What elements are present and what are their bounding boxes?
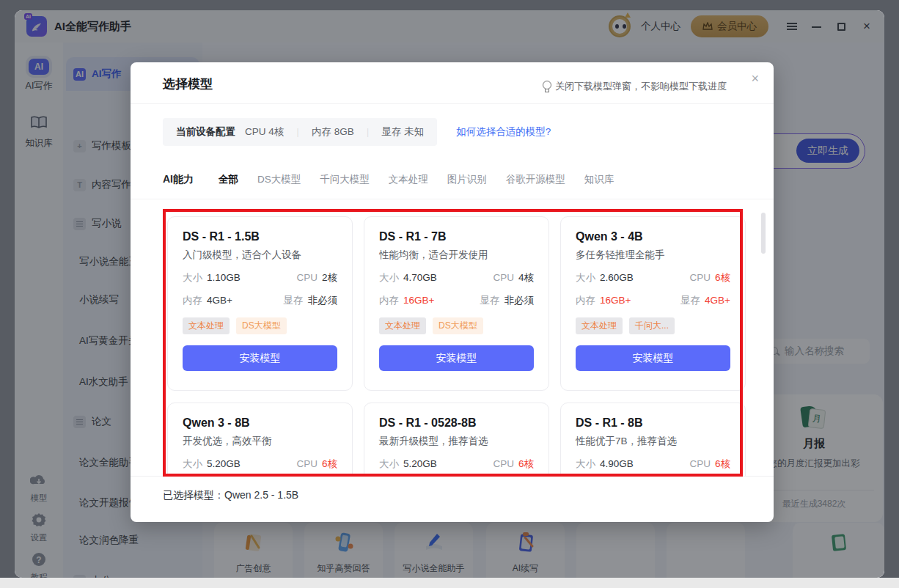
device-memory: 内存 8GB	[312, 125, 354, 139]
model-card-ds-r1-0528-8b[interactable]: DS - R1 - 0528-8B 最新升级模型，推荐首选 大小5.20GB C…	[364, 403, 549, 477]
model-desc: 性能优于7B，推荐首选	[576, 435, 730, 448]
screen: AI AI全能写作助手 个人中心	[0, 0, 899, 588]
model-card-ds-r1-1.5b[interactable]: DS - R1 - 1.5B 入门级模型，适合个人设备 大小1.10GB CPU…	[167, 216, 353, 391]
app-window: AI AI全能写作助手 个人中心	[15, 10, 884, 578]
model-card-qwen3-8b[interactable]: Qwen 3 - 8B 开发优选，高效平衡 大小5.20GB CPU6核	[167, 403, 353, 477]
dialog-tip-text: 关闭下载模型弹窗，不影响模型下载进度	[555, 80, 727, 93]
spec-value: 1.10GB	[207, 272, 241, 283]
select-model-dialog: 选择模型 关闭下载模型弹窗，不影响模型下载进度 × 当前设备配置 CPU 4核 …	[131, 62, 774, 522]
spec-value: 4GB+	[207, 295, 232, 306]
spec-value: 4.90GB	[600, 458, 634, 469]
spec-label: 大小	[183, 272, 202, 283]
model-desc: 多任务轻推理全能手	[576, 249, 730, 262]
install-model-button[interactable]: 安装模型	[576, 345, 730, 371]
tag-qwen-model: 千问大...	[629, 317, 675, 334]
spec-value-alert: 4GB+	[705, 295, 730, 306]
capability-filter-row: AI能力 全部 DS大模型 千问大模型 文本处理 图片识别 谷歌开源模型 知识库	[163, 166, 633, 193]
spec-row: 大小2.60GB CPU6核	[576, 271, 730, 284]
spec-label: 大小	[576, 272, 595, 283]
tag-row: 文本处理 千问大...	[576, 317, 730, 334]
spec-value-alert: 6核	[715, 458, 730, 469]
divider	[131, 103, 774, 104]
spec-label: 大小	[183, 458, 202, 469]
spec-label: 大小	[379, 272, 399, 283]
model-grid: DS - R1 - 1.5B 入门级模型，适合个人设备 大小1.10GB CPU…	[167, 216, 746, 477]
spec-value: 2.60GB	[600, 272, 634, 283]
filter-tab-image[interactable]: 图片识别	[447, 173, 487, 186]
tag-ds-model: DS大模型	[236, 317, 287, 334]
bulb-icon	[542, 81, 551, 92]
model-name: DS - R1 - 7B	[379, 230, 534, 243]
spec-label: 内存	[576, 295, 595, 306]
model-desc: 开发优选，高效平衡	[183, 435, 337, 448]
spec-value: 2核	[322, 272, 337, 283]
filter-tab-ds[interactable]: DS大模型	[257, 173, 301, 186]
filter-tab-kb[interactable]: 知识库	[584, 173, 614, 186]
model-desc: 性能均衡，适合开发使用	[379, 249, 534, 262]
spec-value: 4.70GB	[403, 272, 437, 283]
spec-row: 内存16GB+ 显存非必须	[379, 294, 534, 307]
install-model-button[interactable]: 安装模型	[183, 345, 337, 371]
spec-value: 非必须	[504, 295, 535, 306]
selected-model-text: 已选择模型：Qwen 2.5 - 1.5B	[163, 489, 298, 502]
dialog-title: 选择模型	[163, 76, 213, 92]
dialog-tip: 关闭下载模型弹窗，不影响模型下载进度	[542, 80, 727, 93]
device-config-label: 当前设备配置	[176, 125, 235, 139]
tag-row: 文本处理 DS大模型	[183, 317, 337, 334]
filter-tab-text[interactable]: 文本处理	[389, 173, 428, 186]
model-card-ds-r1-7b[interactable]: DS - R1 - 7B 性能均衡，适合开发使用 大小4.70GB CPU4核 …	[364, 216, 549, 391]
spec-label: 内存	[183, 295, 202, 306]
spec-value: 非必须	[308, 295, 338, 306]
spec-label: 内存	[379, 295, 399, 306]
spec-row: 内存16GB+ 显存4GB+	[576, 294, 730, 307]
spec-label: CPU	[493, 458, 514, 469]
spec-row: 大小4.70GB CPU4核	[379, 271, 534, 284]
divider	[131, 199, 774, 199]
tag-text-processing: 文本处理	[183, 317, 230, 334]
spec-label: CPU	[296, 458, 318, 469]
spec-row: 大小5.20GB CPU6核	[379, 457, 534, 471]
model-card-qwen3-4b[interactable]: Qwen 3 - 4B 多任务轻推理全能手 大小2.60GB CPU6核 内存1…	[560, 216, 746, 391]
spec-value: 5.20GB	[207, 458, 241, 469]
spec-label: 显存	[680, 295, 700, 306]
scrollbar-thumb[interactable]	[761, 213, 766, 254]
spec-value-alert: 16GB+	[600, 295, 631, 306]
spec-value-alert: 6核	[518, 458, 534, 469]
spec-label: 大小	[576, 458, 595, 469]
model-card-ds-r1-8b[interactable]: DS - R1 - 8B 性能优于7B，推荐首选 大小4.90GB CPU6核	[560, 403, 746, 477]
model-name: DS - R1 - 1.5B	[183, 230, 337, 243]
spec-value-alert: 6核	[322, 458, 337, 469]
divider: ｜	[293, 126, 302, 139]
device-cpu: CPU 4核	[245, 125, 284, 139]
install-model-button[interactable]: 安装模型	[379, 345, 534, 371]
model-list-viewport: DS - R1 - 1.5B 入门级模型，适合个人设备 大小1.10GB CPU…	[131, 206, 774, 477]
filter-label: AI能力	[163, 173, 194, 186]
spec-value-alert: 6核	[715, 272, 730, 283]
spec-label: 显存	[480, 295, 500, 306]
spec-row: 大小5.20GB CPU6核	[183, 457, 337, 471]
spec-label: CPU	[493, 272, 514, 283]
model-name: DS - R1 - 8B	[576, 416, 730, 430]
model-name: DS - R1 - 0528-8B	[379, 416, 534, 430]
spec-row: 内存4GB+ 显存非必须	[183, 294, 337, 307]
filter-tab-google[interactable]: 谷歌开源模型	[506, 173, 565, 186]
spec-label: CPU	[296, 272, 318, 283]
spec-label: CPU	[689, 458, 711, 469]
desktop-edge	[0, 578, 899, 588]
spec-label: 大小	[379, 458, 399, 469]
model-name: Qwen 3 - 8B	[183, 416, 337, 430]
model-desc: 入门级模型，适合个人设备	[183, 249, 337, 262]
spec-row: 大小1.10GB CPU2核	[183, 271, 337, 284]
tag-text-processing: 文本处理	[576, 317, 623, 334]
filter-tab-qwen[interactable]: 千问大模型	[320, 173, 370, 186]
spec-value: 5.20GB	[403, 458, 437, 469]
tag-ds-model: DS大模型	[433, 317, 483, 334]
close-dialog-button[interactable]: ×	[751, 71, 759, 86]
model-desc: 最新升级模型，推荐首选	[379, 435, 534, 448]
tag-text-processing: 文本处理	[379, 317, 426, 334]
tag-row: 文本处理 DS大模型	[379, 317, 534, 334]
device-config-box: 当前设备配置 CPU 4核 ｜ 内存 8GB ｜ 显存 未知	[163, 118, 437, 146]
filter-tab-all[interactable]: 全部	[219, 173, 238, 186]
device-gpu: 显存 未知	[382, 125, 425, 139]
model-help-link[interactable]: 如何选择合适的模型?	[456, 125, 551, 139]
